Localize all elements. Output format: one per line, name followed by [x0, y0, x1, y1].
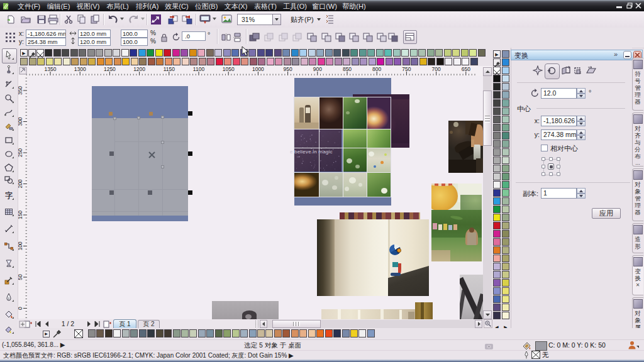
- svg-text:1000: 1000: [252, 66, 264, 72]
- svg-text:100: 100: [18, 241, 23, 250]
- svg-text:300: 300: [18, 117, 23, 126]
- svg-text:1350: 1350: [45, 66, 57, 72]
- svg-text:150: 150: [18, 211, 23, 219]
- svg-text:750: 750: [402, 66, 411, 72]
- svg-text:350: 350: [18, 86, 23, 95]
- svg-text:250: 250: [18, 148, 23, 157]
- svg-text:950: 950: [284, 66, 292, 72]
- svg-text:650: 650: [462, 66, 470, 72]
- svg-text:700: 700: [432, 66, 441, 72]
- svg-text:900: 900: [313, 66, 322, 72]
- svg-text:0: 0: [18, 307, 23, 310]
- svg-text:1050: 1050: [223, 66, 235, 72]
- svg-text:1100: 1100: [193, 66, 205, 72]
- svg-text:1200: 1200: [133, 66, 145, 72]
- svg-text:1300: 1300: [74, 66, 86, 72]
- svg-text:850: 850: [343, 66, 352, 72]
- svg-text:200: 200: [18, 179, 23, 188]
- svg-text:1150: 1150: [164, 66, 175, 72]
- svg-text:50: 50: [18, 274, 23, 280]
- svg-text:800: 800: [372, 66, 381, 72]
- svg-text:1250: 1250: [104, 66, 116, 72]
